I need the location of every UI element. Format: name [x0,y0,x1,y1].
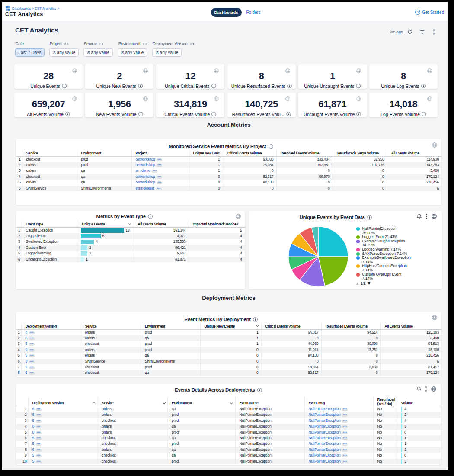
svg-text:?: ? [417,10,419,14]
